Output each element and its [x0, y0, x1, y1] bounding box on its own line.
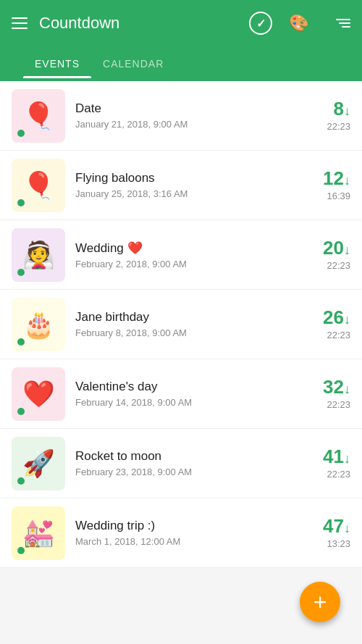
event-emoji: 🚀 [22, 448, 55, 479]
event-emoji: 🎂 [22, 309, 55, 340]
countdown-time: 16:39 [327, 191, 350, 201]
countdown-time: 22:23 [327, 469, 350, 480]
check-button[interactable] [249, 12, 272, 35]
event-dot [17, 130, 25, 137]
event-thumbnail: 💒 [12, 506, 65, 560]
event-emoji: 👰 [22, 240, 55, 270]
event-countdown: 26↓ 22:23 [304, 308, 350, 340]
countdown-days: 41↓ [323, 447, 350, 466]
menu-button[interactable] [12, 17, 28, 29]
event-thumbnail: 🎂 [12, 298, 65, 351]
event-name: Wedding ❤️ [75, 241, 304, 256]
event-info: Valentine's day February 14, 2018, 9:00 … [75, 380, 304, 408]
event-dot [17, 477, 25, 485]
event-dot [17, 547, 25, 554]
event-info: Wedding ❤️ February 2, 2018, 9:00 AM [75, 241, 304, 269]
header: Countdown 🎨 EVENTS CALENDAR [0, 0, 362, 81]
event-info: Wedding trip :) March 1, 2018, 12:00 AM [75, 519, 304, 547]
event-emoji: 🎈 [22, 170, 55, 201]
arrow-down-icon: ↓ [344, 243, 350, 257]
event-countdown: 8↓ 22:23 [304, 99, 350, 132]
tab-calendar[interactable]: CALENDAR [91, 49, 175, 78]
arrow-down-icon: ↓ [344, 521, 350, 535]
event-thumbnail: ❤️ [12, 367, 65, 421]
app-title: Countdown [39, 14, 249, 33]
event-item-wedding-trip[interactable]: 💒 Wedding trip :) March 1, 2018, 12:00 A… [0, 498, 362, 568]
countdown-time: 22:23 [327, 260, 350, 271]
countdown-days: 47↓ [323, 517, 350, 535]
event-item-flying-baloons[interactable]: 🎈 Flying baloons January 25, 2018, 3:16 … [0, 151, 362, 220]
event-date: February 14, 2018, 9:00 AM [75, 397, 304, 408]
event-date: February 23, 2018, 9:00 AM [75, 467, 304, 477]
event-dot [17, 199, 25, 206]
event-emoji: ❤️ [22, 379, 55, 409]
arrow-down-icon: ↓ [344, 312, 350, 327]
event-emoji: 🎈 [22, 101, 55, 131]
event-name: Date [75, 101, 304, 116]
event-dot [17, 408, 25, 415]
event-thumbnail: 🚀 [12, 437, 65, 490]
event-date: February 2, 2018, 9:00 AM [75, 259, 304, 269]
arrow-down-icon: ↓ [344, 104, 350, 118]
event-name: Jane birthday [75, 310, 304, 325]
sort-button[interactable] [324, 10, 350, 36]
event-thumbnail: 🎈 [12, 89, 65, 143]
event-countdown: 47↓ 13:23 [304, 517, 350, 549]
event-info: Jane birthday February 8, 2018, 9:00 AM [75, 310, 304, 338]
event-emoji: 💒 [22, 518, 55, 548]
countdown-time: 22:23 [327, 399, 350, 410]
arrow-down-icon: ↓ [344, 173, 350, 188]
tab-bar: EVENTS CALENDAR [12, 43, 350, 78]
event-dot [17, 269, 25, 276]
event-item-valentines-day[interactable]: ❤️ Valentine's day February 14, 2018, 9:… [0, 359, 362, 429]
palette-button[interactable]: 🎨 [285, 10, 311, 36]
event-name: Valentine's day [75, 380, 304, 394]
event-info: Date January 21, 2018, 9:00 AM [75, 101, 304, 130]
event-date: January 21, 2018, 9:00 AM [75, 119, 304, 130]
arrow-down-icon: ↓ [344, 382, 350, 396]
event-countdown: 12↓ 16:39 [304, 169, 350, 201]
event-thumbnail: 🎈 [12, 159, 65, 212]
countdown-time: 13:23 [327, 538, 350, 549]
event-info: Rocket to moon February 23, 2018, 9:00 A… [75, 449, 304, 477]
countdown-days: 32↓ [323, 377, 350, 396]
header-actions: 🎨 [249, 10, 350, 36]
countdown-time: 22:23 [327, 121, 350, 132]
event-date: March 1, 2018, 12:00 AM [75, 536, 304, 547]
countdown-days: 20↓ [323, 238, 350, 257]
event-name: Wedding trip :) [75, 519, 304, 533]
event-date: February 8, 2018, 9:00 AM [75, 327, 304, 338]
event-item-jane-birthday[interactable]: 🎂 Jane birthday February 8, 2018, 9:00 A… [0, 290, 362, 359]
event-info: Flying baloons January 25, 2018, 3:16 AM [75, 171, 304, 199]
event-item-wedding[interactable]: 👰 Wedding ❤️ February 2, 2018, 9:00 AM 2… [0, 220, 362, 290]
event-name: Flying baloons [75, 171, 304, 185]
event-countdown: 41↓ 22:23 [304, 447, 350, 480]
event-dot [17, 338, 25, 346]
event-item-rocket-to-moon[interactable]: 🚀 Rocket to moon February 23, 2018, 9:00… [0, 429, 362, 498]
arrow-down-icon: ↓ [344, 451, 350, 466]
tab-events[interactable]: EVENTS [23, 49, 91, 78]
event-countdown: 20↓ 22:23 [304, 238, 350, 271]
countdown-time: 22:23 [327, 330, 350, 340]
event-name: Rocket to moon [75, 449, 304, 464]
event-item-date[interactable]: 🎈 Date January 21, 2018, 9:00 AM 8↓ 22:2… [0, 81, 362, 151]
countdown-days: 8↓ [334, 99, 350, 118]
event-thumbnail: 👰 [12, 228, 65, 282]
events-list: 🎈 Date January 21, 2018, 9:00 AM 8↓ 22:2… [0, 81, 362, 568]
countdown-days: 12↓ [323, 169, 350, 188]
countdown-days: 26↓ [323, 308, 350, 327]
event-date: January 25, 2018, 3:16 AM [75, 188, 304, 199]
add-event-button[interactable]: + [300, 582, 340, 622]
event-countdown: 32↓ 22:23 [304, 377, 350, 410]
